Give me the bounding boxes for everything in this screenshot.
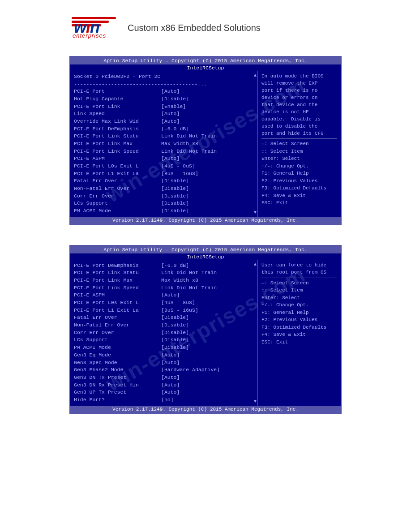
bios1-value-9: [Auto] bbox=[161, 155, 180, 163]
bios2-value-16: [Auto] bbox=[161, 382, 180, 389]
bios2-row-2: PCI-E Port Link Max Max Width x8 bbox=[74, 277, 254, 284]
bios2-row-8: Non-Fatal Err Over [Disable] bbox=[74, 322, 254, 329]
bios2-value-14: [Hardware Adaptive] bbox=[161, 366, 220, 374]
bios2-label-13: Gen3 Spec Mode bbox=[74, 359, 161, 367]
bios1-label-15: LCs Support bbox=[74, 200, 161, 207]
bios2-header: Aptio Setup Utility – Copyright (C) 2015… bbox=[70, 246, 341, 253]
bios2-label-7: Fatal Err Over bbox=[74, 314, 161, 322]
bios1-value-13: [Disable] bbox=[161, 185, 189, 193]
bios2-row-12: Gen3 Eq Mode [Auto] bbox=[74, 352, 254, 359]
bios2-row-0: PCI-E Port DeEmphasis [-6.0 dB] bbox=[74, 262, 254, 270]
bios2-row-10: LCs Support [Disable] bbox=[74, 336, 254, 344]
bios1-row-5: PCI-E Port DeEmphasis [-6.0 dB] bbox=[74, 125, 254, 133]
bios1-value-14: [Disable] bbox=[161, 193, 189, 200]
bios1-header: Aptio Setup Utility – Copyright (C) 2015… bbox=[70, 57, 341, 64]
bios2-row-15: Gen3 DN Tx Preset [Auto] bbox=[74, 374, 254, 382]
bios-screen-1: win-enterprises.com Aptio Setup Utility … bbox=[69, 56, 342, 225]
bios2-nav-4: F1: General Help bbox=[261, 309, 337, 317]
bios2-value-3: Link Did Not Train bbox=[161, 284, 217, 292]
logo-container: win enterprises Custom x86 Embedded Solu… bbox=[72, 13, 261, 43]
bios2-value-5: [4uS - 8uS] bbox=[161, 299, 195, 307]
bios1-nav-2: Enter: Select bbox=[261, 155, 337, 163]
bios1-nav-3: +/-: Change Opt. bbox=[261, 163, 337, 170]
bios2-value-12: [Auto] bbox=[161, 352, 180, 359]
bios2-row-6: PCI-E Port L1 Exit La [8uS - 16uS] bbox=[74, 307, 254, 314]
bios2-label-4: PCI-E ASPM bbox=[74, 292, 161, 299]
bios1-row-1: Hot Plug Capable [Disable] bbox=[74, 95, 254, 103]
bios1-value-16: [Disable] bbox=[161, 207, 189, 215]
bios2-label-1: PCI-E Port Link Statu bbox=[74, 269, 161, 277]
bios2-label-15: Gen3 DN Tx Preset bbox=[74, 374, 161, 382]
bios2-label-9: Corr Err Over bbox=[74, 329, 161, 337]
bios2-help-sep bbox=[261, 278, 337, 278]
bios2-scroll-up: ▲ bbox=[254, 262, 257, 267]
bios2-row-7: Fatal Err Over [Disable] bbox=[74, 314, 254, 322]
bios1-row-9: PCI-E ASPM [Auto] bbox=[74, 155, 254, 163]
bios2-row-18: Hide Port? [no] bbox=[74, 396, 254, 404]
bios1-row-7: PCI-E Port Link Max Max Width x8 bbox=[74, 140, 254, 148]
bios1-row-13: Non-Fatal Err Over [Disable] bbox=[74, 185, 254, 193]
bios2-row-17: Gen3 UP Tx Preset [Auto] bbox=[74, 389, 254, 396]
bios1-row-15: LCs Support [Disable] bbox=[74, 200, 254, 207]
bios1-label-16: PM ACPI Mode bbox=[74, 207, 161, 215]
bios2-value-2: Max Width x8 bbox=[161, 277, 198, 284]
bios1-nav: ↔: Select Screen ↕: Select Item Enter: S… bbox=[261, 140, 337, 207]
bios-screen-2: win-enterprises.com Aptio Setup Utility … bbox=[69, 245, 342, 414]
bios2-nav: ↔: Select Screen ↕: Select Item Enter: S… bbox=[261, 279, 337, 346]
bios2-value-15: [Auto] bbox=[161, 374, 180, 382]
bios1-nav-0: ↔: Select Screen bbox=[261, 140, 337, 148]
bios1-value-8: Link Did Not Train bbox=[161, 148, 217, 155]
bios1-label-0: PCI-E Port bbox=[74, 88, 161, 95]
bios1-footer: Version 2.17.1249. Copyright (C) 2015 Am… bbox=[70, 217, 341, 224]
bios2-label-3: PCI-E Port Link Speed bbox=[74, 284, 161, 292]
bios2-value-9: [Disable] bbox=[161, 329, 189, 337]
bios2-label-16: Gen3 DN Rx Preset Hin bbox=[74, 382, 161, 389]
bios2-label-11: PM ACPI Mode bbox=[74, 344, 161, 352]
bios2-row-16: Gen3 DN Rx Preset Hin [Auto] bbox=[74, 382, 254, 389]
bios1-label-2: PCI-E Port Link bbox=[74, 103, 161, 111]
bios2-value-4: [Auto] bbox=[161, 292, 180, 299]
bios1-nav-7: F4: Save & Exit bbox=[261, 192, 337, 200]
bios2-footer: Version 2.17.1249. Copyright (C) 2015 Am… bbox=[70, 406, 341, 413]
bios1-nav-6: F3: Optimized Defaults bbox=[261, 184, 337, 192]
bios1-value-11: [8uS - 16uS] bbox=[161, 170, 198, 178]
bios1-label-4: Override Max Link Wid bbox=[74, 118, 161, 125]
bios2-nav-2: Enter: Select bbox=[261, 294, 337, 302]
bios1-label-1: Hot Plug Capable bbox=[74, 95, 161, 103]
bios1-row-10: PCI-E Port L0s Exit L [4uS - 8uS] bbox=[74, 163, 254, 170]
bios1-label-13: Non-Fatal Err Over bbox=[74, 185, 161, 193]
bios1-value-3: [Auto] bbox=[161, 110, 180, 118]
bios1-row-2: PCI-E Port Link [Enable] bbox=[74, 103, 254, 111]
bios2-row-3: PCI-E Port Link Speed Link Did Not Train bbox=[74, 284, 254, 292]
bios1-value-1: [Disable] bbox=[161, 95, 189, 103]
bios2-label-14: Gen3 Phase2 Mode bbox=[74, 366, 161, 374]
bios1-row-4: Override Max Link Wid [Auto] bbox=[74, 118, 254, 125]
bios1-label-5: PCI-E Port DeEmphasis bbox=[74, 125, 161, 133]
bios2-nav-6: F3: Optimized Defaults bbox=[261, 324, 337, 331]
bios1-nav-4: F1: General Help bbox=[261, 170, 337, 177]
bios1-value-10: [4uS - 8uS] bbox=[161, 163, 195, 170]
bios1-label-11: PCI-E Port L1 Exit La bbox=[74, 170, 161, 178]
bios1-row-14: Corr Err Over [Disable] bbox=[74, 193, 254, 200]
bios1-value-15: [Disable] bbox=[161, 200, 189, 207]
bios1-label-8: PCI-E Port Link Speed bbox=[74, 148, 161, 155]
bios2-help-text: User can force to hide this root port fr… bbox=[261, 262, 337, 276]
bios2-scroll-down: ▼ bbox=[254, 399, 257, 404]
bios2-value-0: [-6.0 dB] bbox=[161, 262, 189, 270]
bios1-nav-5: F2: Previous Values bbox=[261, 177, 337, 185]
bios1-help-sep bbox=[261, 138, 337, 139]
bios1-scroll-down: ▼ bbox=[254, 210, 257, 215]
bios1-left-panel: ▲ Socket 0 PcieD02F2 - Port 2C ---------… bbox=[70, 71, 258, 217]
bios1-value-0: [Auto] bbox=[161, 88, 180, 95]
bios1-label-7: PCI-E Port Link Max bbox=[74, 140, 161, 148]
bios2-label-10: LCs Support bbox=[74, 336, 161, 344]
bios2-value-6: [8uS - 16uS] bbox=[161, 307, 198, 314]
bios1-scroll-up: ▲ bbox=[254, 73, 257, 78]
bios2-row-9: Corr Err Over [Disable] bbox=[74, 329, 254, 337]
bios2-value-17: [Auto] bbox=[161, 389, 180, 396]
bios1-value-4: [Auto] bbox=[161, 118, 180, 125]
bios1-row-6: PCI-E Port Link Statu Link Did Not Train bbox=[74, 133, 254, 140]
bios2-label-2: PCI-E Port Link Max bbox=[74, 277, 161, 284]
bios2-row-4: PCI-E ASPM [Auto] bbox=[74, 292, 254, 299]
bios1-label-3: Link Speed bbox=[74, 110, 161, 118]
